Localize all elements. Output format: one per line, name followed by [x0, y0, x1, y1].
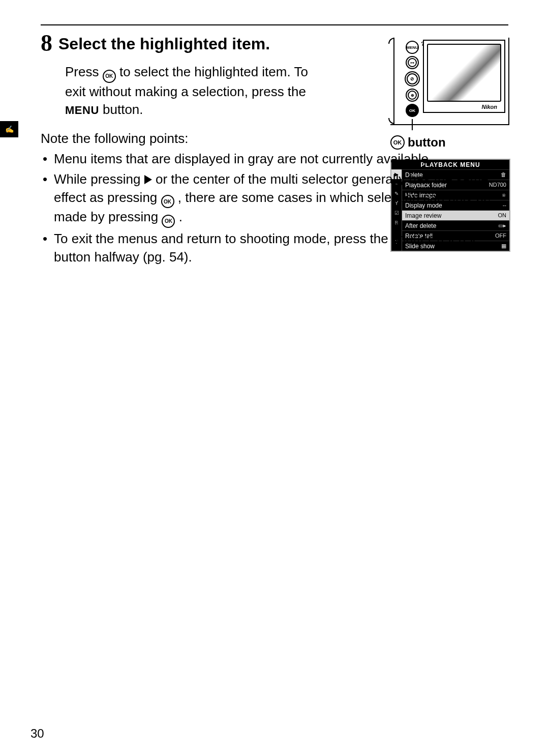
step-number: 8 — [41, 32, 52, 55]
lock-button-icon: ⊶ — [406, 56, 419, 69]
note-item: To exit the menus and return to shooting… — [54, 230, 508, 267]
right-arrow-icon — [144, 175, 152, 184]
notes-block: Note the following points: Menu items th… — [41, 130, 508, 267]
intro-icon: ✍ — [5, 125, 14, 133]
brand-label: Nikon — [481, 104, 497, 110]
thumb-button-icon: ⊘ — [405, 71, 420, 86]
text: . — [179, 209, 182, 224]
step-body: Press OK to select the highlighted item.… — [65, 63, 319, 119]
step-title: Select the highlighted item. — [58, 35, 270, 53]
menu-word: MENU — [65, 104, 99, 117]
ok-button-icon: OK — [406, 104, 419, 117]
caption-text: button — [408, 135, 446, 150]
zoom-button-icon: ⊕ — [406, 89, 419, 102]
section-tab: ✍ — [0, 121, 18, 137]
text: button. — [103, 102, 143, 117]
page-number: 30 — [30, 726, 44, 741]
text: Press — [65, 64, 103, 79]
menu-button-icon: MENU — [406, 41, 419, 54]
ok-icon: OK — [103, 70, 116, 83]
note-item: While pressing or the center of the mult… — [54, 170, 508, 228]
ok-icon: OK — [390, 135, 405, 150]
lcd-frame: Nikon — [423, 40, 505, 113]
camera-diagram: ? MENU ⊶ ⊘ ⊕ OK Nikon — [390, 38, 509, 125]
ok-button-caption: OK button — [390, 135, 508, 150]
ok-icon: OK — [161, 195, 174, 208]
text: While pressing — [54, 171, 144, 187]
note-item: Menu items that are displayed in gray ar… — [54, 150, 508, 168]
ok-icon: OK — [162, 215, 175, 228]
